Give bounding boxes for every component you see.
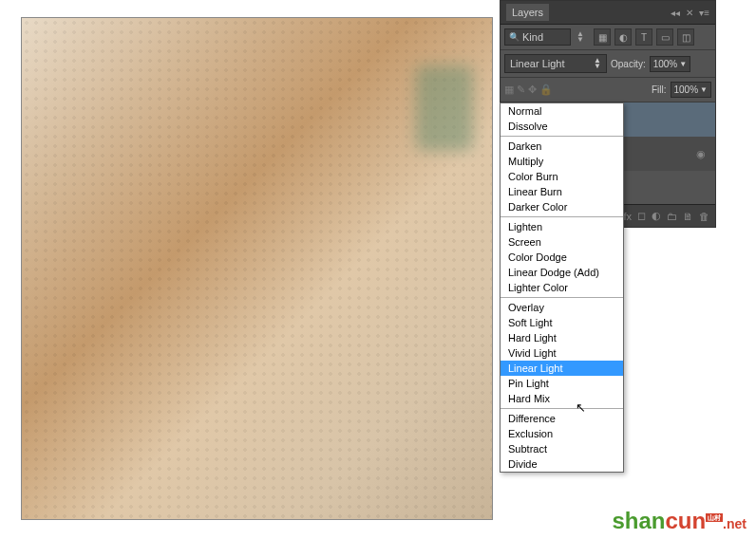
blend-option-darker-color[interactable]: Darker Color — [501, 199, 623, 214]
blend-option-exclusion[interactable]: Exclusion — [501, 426, 623, 441]
lock-position-icon[interactable]: ✥ — [528, 84, 537, 96]
blend-option-pin-light[interactable]: Pin Light — [501, 376, 623, 391]
filter-adjustment-icon[interactable]: ◐ — [614, 28, 632, 46]
blend-option-hard-light[interactable]: Hard Light — [501, 330, 623, 345]
blend-option-lighten[interactable]: Lighten — [501, 219, 623, 234]
lock-image-icon[interactable]: ✎ — [517, 84, 525, 96]
lock-transparent-icon[interactable]: ▦ — [504, 84, 514, 96]
blend-option-linear-light[interactable]: Linear Light — [501, 361, 623, 376]
group-icon[interactable]: 🗀 — [667, 211, 677, 222]
chevron-down-icon: ▼ — [679, 60, 687, 68]
lock-all-icon[interactable]: 🔒 — [539, 84, 553, 96]
blend-option-linear-dodge-add-[interactable]: Linear Dodge (Add) — [501, 265, 623, 280]
lock-icons: ▦ ✎ ✥ 🔒 — [504, 84, 553, 96]
filter-kind-select[interactable]: 🔍 Kind — [504, 28, 571, 46]
blend-mode-value: Linear Light — [510, 58, 565, 69]
kind-stepper[interactable]: ▲▼ — [575, 31, 586, 43]
blend-option-screen[interactable]: Screen — [501, 234, 623, 250]
blend-row: Linear Light ▲▼ Opacity: 100% ▼ — [501, 50, 715, 78]
dropdown-arrows-icon: ▲▼ — [594, 58, 601, 69]
layer-mask-icon[interactable]: ◻ — [637, 210, 646, 222]
fill-label: Fill: — [652, 84, 667, 95]
fill-row: ▦ ✎ ✥ 🔒 Fill: 100% ▼ — [501, 78, 715, 102]
document-canvas[interactable] — [21, 17, 493, 520]
opacity-input[interactable]: 100% ▼ — [650, 56, 691, 72]
watermark: shancun山村.net — [612, 508, 747, 534]
layers-tab[interactable]: Layers — [506, 4, 549, 21]
canvas-artwork — [416, 65, 473, 151]
blend-mode-dropdown[interactable]: NormalDissolveDarkenMultiplyColor BurnLi… — [500, 102, 624, 473]
panel-header: Layers ◂◂ ✕ ▾≡ — [501, 1, 715, 25]
collapse-icon[interactable]: ◂◂ — [671, 8, 680, 18]
blend-option-lighter-color[interactable]: Lighter Color — [501, 280, 623, 295]
filter-row: 🔍 Kind ▲▼ ▦ ◐ T ▭ ◫ — [501, 25, 715, 50]
search-icon: 🔍 — [509, 32, 520, 42]
panel-menu-icon[interactable]: ▾≡ — [699, 8, 709, 18]
blend-option-linear-burn[interactable]: Linear Burn — [501, 184, 623, 199]
blend-option-normal[interactable]: Normal — [501, 103, 623, 119]
new-layer-icon[interactable]: 🗎 — [683, 211, 693, 222]
filter-smart-icon[interactable]: ◫ — [677, 28, 694, 46]
blend-option-hard-mix[interactable]: Hard Mix — [501, 391, 623, 406]
delete-layer-icon[interactable]: 🗑 — [699, 211, 709, 222]
blend-option-subtract[interactable]: Subtract — [501, 441, 623, 456]
blend-option-dissolve[interactable]: Dissolve — [501, 119, 623, 134]
adjustment-layer-icon[interactable]: ◐ — [652, 210, 661, 222]
blend-option-difference[interactable]: Difference — [501, 411, 623, 426]
blend-option-vivid-light[interactable]: Vivid Light — [501, 345, 623, 361]
layer-style-icon[interactable]: fx — [623, 211, 632, 222]
filter-pixel-icon[interactable]: ▦ — [594, 28, 611, 46]
filter-type-icon[interactable]: T — [635, 28, 652, 46]
blend-option-darken[interactable]: Darken — [501, 139, 623, 154]
effects-icon[interactable]: ◉ — [696, 148, 706, 160]
blend-option-multiply[interactable]: Multiply — [501, 154, 623, 169]
chevron-down-icon: ▼ — [700, 85, 708, 94]
blend-option-color-burn[interactable]: Color Burn — [501, 169, 623, 184]
blend-option-color-dodge[interactable]: Color Dodge — [501, 250, 623, 265]
blend-option-divide[interactable]: Divide — [501, 456, 623, 472]
kind-label: Kind — [522, 31, 543, 43]
filter-shape-icon[interactable]: ▭ — [656, 28, 673, 46]
fill-input[interactable]: 100% ▼ — [671, 82, 712, 98]
blend-mode-select[interactable]: Linear Light ▲▼ — [504, 54, 607, 73]
blend-option-soft-light[interactable]: Soft Light — [501, 315, 623, 330]
close-panel-icon[interactable]: ✕ — [686, 8, 693, 18]
opacity-label: Opacity: — [611, 59, 646, 69]
blend-option-overlay[interactable]: Overlay — [501, 300, 623, 315]
